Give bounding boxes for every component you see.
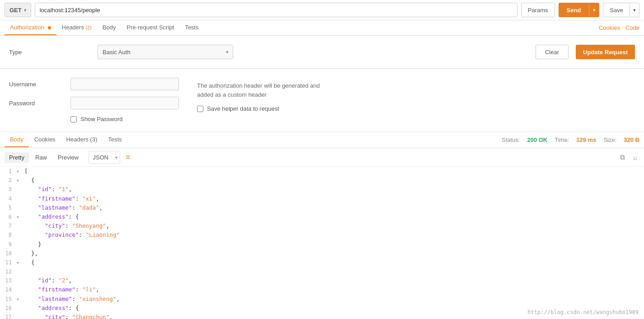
tab-authorization[interactable]: Authorization — [5, 20, 56, 35]
line-content: "firstname": "li", — [24, 285, 644, 294]
save-dropdown[interactable]: ▾ — [630, 3, 639, 17]
copy-button[interactable]: ⧉ — [618, 152, 627, 162]
save-helper-label: Save helper data to request — [207, 105, 279, 112]
body-actions: ⧉ ⌕ — [618, 152, 639, 162]
line-content: { — [24, 176, 644, 185]
code-line: 7 "city": "Shenyang", — [0, 221, 644, 230]
body-tab-pretty[interactable]: Pretty — [5, 152, 29, 163]
username-input[interactable] — [71, 78, 179, 90]
line-content: "lastname": "dada", — [24, 203, 644, 212]
line-content: "lastname": "xiansheng", — [24, 295, 644, 304]
time-label: Time: — [555, 136, 569, 143]
code-line: 6▾ "address": { — [0, 212, 644, 221]
show-password-row: Show Password — [71, 116, 179, 122]
line-number: 12 — [0, 267, 16, 276]
tab-pre-request[interactable]: Pre-request Script — [121, 20, 179, 35]
code-line: 12 — [0, 267, 644, 276]
fold-toggle — [16, 267, 24, 268]
save-group: Save ▾ — [603, 3, 639, 17]
body-tab-preview[interactable]: Preview — [53, 152, 83, 163]
cookies-link[interactable]: Cookies — [599, 24, 620, 31]
auth-type-section: Type Basic Auth No Auth Bearer Token OAu… — [0, 36, 644, 69]
time-value: 129 ms — [576, 136, 596, 143]
tab-pre-request-label: Pre-request Script — [127, 24, 174, 31]
method-select[interactable]: GET ▾ — [5, 3, 31, 17]
code-line: 10 }, — [0, 249, 644, 258]
response-section: Body Cookies Headers (3) Tests Status: 2… — [0, 132, 644, 319]
line-number: 5 — [0, 203, 16, 212]
tab-tests[interactable]: Tests — [179, 20, 204, 35]
update-request-button[interactable]: Update Request — [576, 45, 635, 59]
request-tabs: Authorization Headers (2) Body Pre-reque… — [0, 20, 644, 36]
resp-tab-cookies-label: Cookies — [34, 136, 56, 143]
fold-toggle[interactable]: ▾ — [16, 258, 24, 267]
resp-tab-cookies[interactable]: Cookies — [29, 132, 61, 147]
show-password-label[interactable]: Show Password — [80, 116, 122, 122]
body-toolbar: Pretty Raw Preview JSON XML HTML Text ▾ … — [0, 148, 644, 167]
save-button[interactable]: Save — [603, 3, 630, 17]
code-line: 17 "city": "Changchun", — [0, 313, 644, 319]
fold-toggle[interactable]: ▾ — [16, 176, 24, 185]
auth-form: Username Password Show Password — [9, 78, 179, 122]
code-line: 8 "province": "Liaoning" — [0, 230, 644, 239]
size-value: 320 B — [624, 136, 639, 143]
fold-toggle[interactable]: ▾ — [16, 295, 24, 304]
authorization-dot — [48, 26, 51, 29]
code-line: 2▾ { — [0, 176, 644, 185]
line-content: "city": "Changchun", — [24, 313, 644, 319]
response-status: Status: 200 OK Time: 129 ms Size: 320 B — [502, 136, 639, 143]
resp-tab-body[interactable]: Body — [5, 132, 29, 147]
show-password-checkbox[interactable] — [71, 116, 77, 122]
line-number: 3 — [0, 185, 16, 194]
fold-toggle — [16, 185, 24, 186]
response-tabs-bar: Body Cookies Headers (3) Tests Status: 2… — [0, 132, 644, 148]
save-helper-checkbox[interactable] — [197, 106, 203, 112]
line-number: 1 — [0, 167, 16, 176]
code-line: 13 "id": "2", — [0, 276, 644, 285]
fold-toggle — [16, 194, 24, 195]
url-input[interactable] — [35, 3, 517, 17]
resp-tab-tests[interactable]: Tests — [103, 132, 127, 147]
wrap-icon[interactable]: ≡ — [126, 153, 130, 161]
fold-toggle — [16, 221, 24, 222]
fold-toggle[interactable]: ▾ — [16, 167, 24, 176]
type-label: Type — [9, 49, 90, 56]
send-button[interactable]: Send — [559, 3, 589, 17]
code-line: 15▾ "lastname": "xiansheng", — [0, 295, 644, 304]
line-number: 10 — [0, 249, 16, 258]
code-line: 1▾[ — [0, 167, 644, 176]
fold-toggle[interactable]: ▾ — [16, 212, 24, 221]
search-button[interactable]: ⌕ — [631, 152, 639, 162]
tab-body[interactable]: Body — [97, 20, 122, 35]
type-select[interactable]: Basic Auth No Auth Bearer Token OAuth 2.… — [98, 45, 233, 59]
status-label: Status: — [502, 136, 520, 143]
tab-headers[interactable]: Headers (2) — [56, 20, 97, 35]
code-line: 3 "id": "1", — [0, 185, 644, 194]
right-links: Cookies Code — [599, 24, 639, 31]
send-dropdown[interactable]: ▾ — [589, 3, 599, 17]
code-line: 16 "address": { — [0, 304, 644, 313]
fold-toggle — [16, 313, 24, 314]
type-select-wrapper: Basic Auth No Auth Bearer Token OAuth 2.… — [98, 45, 233, 59]
tab-body-label: Body — [103, 24, 116, 31]
status-value: 200 OK — [527, 136, 547, 143]
fold-toggle — [16, 230, 24, 231]
line-number: 13 — [0, 276, 16, 285]
clear-button[interactable]: Clear — [536, 45, 569, 59]
tab-authorization-label: Authorization — [10, 24, 44, 31]
body-tab-raw[interactable]: Raw — [31, 152, 52, 163]
resp-tab-tests-label: Tests — [108, 136, 122, 143]
line-number: 11 — [0, 258, 16, 267]
password-input[interactable] — [71, 97, 179, 109]
fold-toggle — [16, 304, 24, 305]
params-button[interactable]: Params — [521, 3, 555, 17]
code-link[interactable]: Code — [625, 24, 639, 31]
line-number: 17 — [0, 313, 16, 319]
line-content: "id": "1", — [24, 185, 644, 194]
resp-tab-headers[interactable]: Headers (3) — [61, 132, 103, 147]
fold-toggle — [16, 240, 24, 241]
code-line: 9 } — [0, 240, 644, 249]
format-select[interactable]: JSON XML HTML Text — [89, 151, 120, 164]
line-content: } — [24, 240, 644, 249]
username-row: Username — [9, 78, 179, 90]
